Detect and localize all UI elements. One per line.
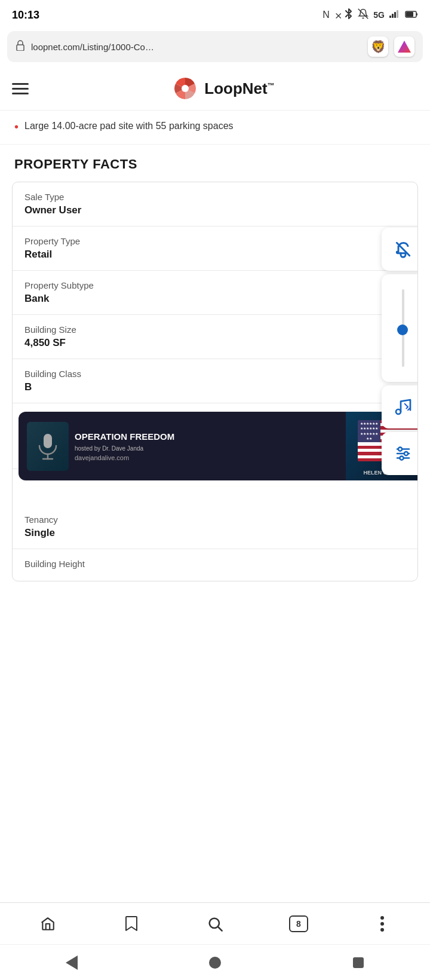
app-icon[interactable] xyxy=(394,36,414,57)
svg-line-0 xyxy=(358,9,368,19)
android-nav-bar xyxy=(0,944,430,980)
tab-count: 8 xyxy=(296,919,301,929)
hamburger-menu[interactable] xyxy=(12,83,29,94)
fact-row-building-class: Building Class B xyxy=(13,359,417,403)
fact-row-property-type: Property Type Retail xyxy=(13,226,417,271)
fact-value-property-subtype: Bank xyxy=(24,293,406,305)
svg-point-12 xyxy=(396,409,401,414)
svg-point-26 xyxy=(380,928,384,932)
media-left: OPERATION FREEDOM hosted by Dr. Dave Jan… xyxy=(19,412,346,480)
svg-point-25 xyxy=(380,922,384,926)
media-thumbnail xyxy=(27,422,69,471)
fact-value-building-class: B xyxy=(24,381,406,393)
signal-icon xyxy=(389,10,400,20)
svg-rect-2 xyxy=(392,14,394,18)
fact-label-building-height: Building Height xyxy=(24,559,406,569)
fact-row-building-height: Building Height xyxy=(13,549,417,581)
status-icons: Ν ⨯ 5G xyxy=(322,8,418,22)
equalizer-icon xyxy=(394,445,412,463)
flag-canton: ★★★★★ ★★★★★ ★★★★★ ★★★★★ xyxy=(358,420,380,443)
bookmark-icon xyxy=(124,915,139,932)
fact-label-building-class: Building Class xyxy=(24,369,406,379)
fact-value-building-size: 4,850 SF xyxy=(24,337,406,349)
browser-toolbar: 8 xyxy=(0,902,430,944)
home-icon xyxy=(40,916,56,932)
search-icon xyxy=(207,915,223,932)
svg-rect-7 xyxy=(406,12,413,17)
media-info: OPERATION FREEDOM hosted by Dr. Dave Jan… xyxy=(75,431,337,461)
battery-icon xyxy=(405,10,418,20)
svg-line-23 xyxy=(218,927,222,930)
more-icon xyxy=(380,915,385,932)
fact-label-property-type: Property Type xyxy=(24,236,406,246)
svg-point-18 xyxy=(400,456,403,460)
home-nav-button[interactable] xyxy=(191,948,239,978)
music-bluetooth-button[interactable] xyxy=(382,385,418,428)
fact-row-year-built: Year Built 2006 OPERATION xyxy=(13,403,417,469)
section-title: PROPERTY FACTS xyxy=(0,145,430,182)
bell-off-icon xyxy=(358,8,368,22)
status-time: 10:13 xyxy=(12,9,39,22)
svg-rect-6 xyxy=(416,13,417,16)
fact-value-sale-type: Owner User xyxy=(24,204,406,216)
fact-row-sale-type: Sale Type Owner User xyxy=(13,182,417,226)
browser-bar[interactable]: loopnet.com/Listing/1000-Co… 🦁 xyxy=(7,31,423,62)
volume-panel[interactable] xyxy=(382,274,418,382)
bullet-item: • Large 14.00-acre pad site with 55 park… xyxy=(14,119,416,136)
bullet-section: • Large 14.00-acre pad site with 55 park… xyxy=(0,111,430,145)
microphone-svg xyxy=(37,433,59,460)
nav-bar: LoopNet™ xyxy=(0,67,430,111)
equalizer-button[interactable] xyxy=(382,432,418,475)
bullet-dot: • xyxy=(14,118,19,136)
fact-value-tenancy: Single xyxy=(24,527,406,539)
svg-rect-19 xyxy=(44,434,52,448)
volume-track xyxy=(402,289,404,367)
url-text[interactable]: loopnet.com/Listing/1000-Co… xyxy=(31,42,362,52)
svg-marker-9 xyxy=(398,41,411,53)
network-5g-icon: 5G xyxy=(373,10,385,20)
mute-icon xyxy=(394,240,413,259)
fact-row-property-subtype: Property Subtype Bank xyxy=(13,271,417,315)
property-facts-card: Sale Type Owner User Property Type Retai… xyxy=(12,182,418,581)
status-bar: 10:13 Ν ⨯ 5G xyxy=(0,0,430,29)
svg-rect-3 xyxy=(394,12,396,18)
fact-label-tenancy: Tenancy xyxy=(24,514,406,525)
floating-panel xyxy=(382,228,418,475)
recents-button[interactable] xyxy=(334,948,382,978)
svg-rect-8 xyxy=(17,45,24,51)
svg-point-24 xyxy=(380,916,384,920)
fact-value-property-type: Retail xyxy=(24,249,406,261)
svg-rect-4 xyxy=(397,10,398,18)
fact-label-building-size: Building Size xyxy=(24,324,406,335)
fact-label-property-subtype: Property Subtype xyxy=(24,280,406,290)
more-button[interactable] xyxy=(364,909,400,939)
svg-point-16 xyxy=(398,447,402,451)
brave-browser-icon[interactable]: 🦁 xyxy=(368,36,388,57)
search-button[interactable] xyxy=(197,909,233,939)
tab-count-box[interactable]: 8 xyxy=(289,915,308,932)
back-icon xyxy=(66,956,78,970)
bookmark-button[interactable] xyxy=(113,909,149,939)
logo-wordmark: LoopNet™ xyxy=(204,79,274,98)
back-button[interactable] xyxy=(48,948,96,978)
home-button[interactable] xyxy=(30,909,66,939)
fact-label-sale-type: Sale Type xyxy=(24,192,406,202)
logo-container: LoopNet™ xyxy=(172,75,274,102)
lock-icon xyxy=(16,40,25,53)
fact-row-tenancy: Tenancy Single xyxy=(13,505,417,549)
tabs-button[interactable]: 8 xyxy=(281,909,317,939)
music-bluetooth-icon xyxy=(394,397,413,416)
mute-button[interactable] xyxy=(382,228,418,271)
svg-rect-1 xyxy=(389,16,391,18)
svg-point-11 xyxy=(182,85,189,92)
bullet-text: Large 14.00-acre pad site with 55 parkin… xyxy=(24,119,234,133)
media-notification[interactable]: OPERATION FREEDOM hosted by Dr. Dave Jan… xyxy=(19,412,418,480)
volume-thumb[interactable] xyxy=(397,324,408,335)
fact-row-building-size: Building Size 4,850 SF xyxy=(13,315,417,359)
nfc-icon: Ν xyxy=(322,10,330,20)
loopnet-logo-icon xyxy=(172,75,198,102)
bluetooth-icon: ⨯ xyxy=(334,8,353,22)
svg-point-17 xyxy=(404,452,408,455)
media-website: davejandalive.com xyxy=(75,454,337,461)
media-title: OPERATION FREEDOM xyxy=(75,431,337,443)
